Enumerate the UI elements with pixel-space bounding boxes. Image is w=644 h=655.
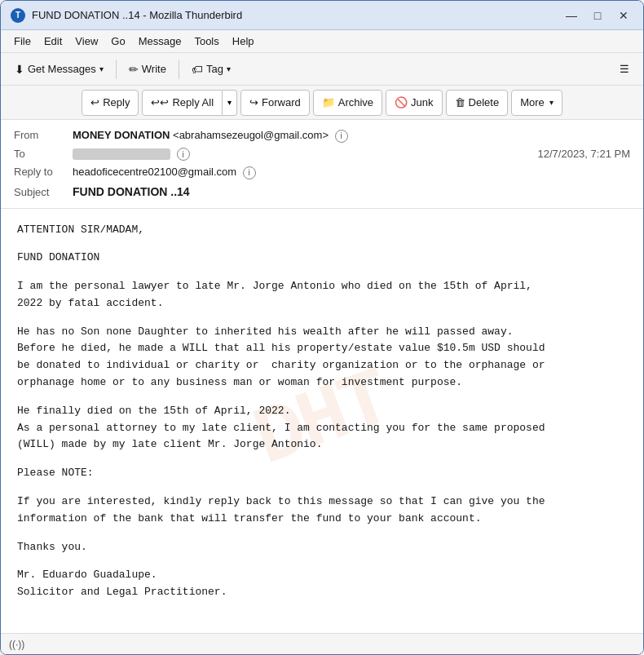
window-controls: — □ ✕ [562,7,633,24]
status-icon: ((·)) [9,639,24,650]
body-paragraph-3: He has no Son none Daughter to inherited… [17,324,627,392]
body-paragraph-6: If you are interested, kindly reply back… [17,493,627,528]
from-value: MONEY DONATION <abrahamsezeugol@gmail.co… [73,129,630,143]
forward-button[interactable]: ↪ Forward [240,90,310,116]
from-label: From [14,129,73,141]
title-bar: T FUND DONATION ..14 - Mozilla Thunderbi… [1,1,643,30]
maximize-button[interactable]: □ [588,7,607,24]
reply-all-dropdown-button[interactable]: ▾ [223,90,237,116]
recipient-redacted [73,148,170,160]
reply-icon: ↩ [90,96,99,108]
from-info-icon[interactable]: i [335,130,348,143]
reply-to-label: Reply to [14,166,73,178]
toolbar: ⬇ Get Messages ▾ ✏ Write 🏷 Tag ▾ ☰ [1,53,643,86]
to-row: To i 12/7/2023, 7:21 PM [14,145,630,164]
menu-tools[interactable]: Tools [187,33,225,49]
menu-go[interactable]: Go [104,33,131,49]
more-button[interactable]: More ▾ [511,90,562,116]
menu-bar: File Edit View Go Message Tools Help [1,30,643,53]
tag-button[interactable]: 🏷 Tag ▾ [184,57,238,82]
reply-to-info-icon[interactable]: i [243,166,256,179]
toolbar-separator-1 [116,60,117,79]
junk-icon: 🚫 [395,96,408,108]
app-icon: T [11,8,25,23]
menu-file[interactable]: File [7,33,37,49]
hamburger-icon: ☰ [620,63,629,75]
tag-icon: 🏷 [192,63,203,76]
menu-message[interactable]: Message [132,33,188,49]
subject-label: Subject [14,186,73,198]
reply-all-dropdown-icon: ▾ [227,98,232,107]
email-content: ATTENTION SIR/MADAM, FUND DONATION I am … [17,222,627,602]
forward-icon: ↪ [249,96,258,108]
reply-all-icon: ↩↩ [151,96,169,108]
body-paragraph-5: Please NOTE: [17,465,627,482]
reply-all-group: ↩↩ Reply All ▾ [142,90,237,116]
junk-button[interactable]: 🚫 Junk [386,90,442,116]
toolbar-separator-2 [179,60,179,79]
to-label: To [14,148,73,160]
reply-all-button[interactable]: ↩↩ Reply All [142,90,223,116]
reply-to-row: Reply to headoficecentre02100@gmail.com … [14,163,630,182]
subject-row: Subject FUND DONATION ..14 [14,182,630,201]
archive-button[interactable]: 📁 Archive [313,90,382,116]
get-messages-icon: ⬇ [15,63,24,76]
delete-icon: 🗑 [455,96,465,108]
write-icon: ✏ [129,63,139,76]
get-messages-dropdown-icon[interactable]: ▾ [99,64,104,73]
to-info-icon[interactable]: i [177,148,190,161]
email-body: DHT ATTENTION SIR/MADAM, FUND DONATION I… [1,209,643,634]
body-paragraph-8: Mr. Eduardo Guadalupe. Solicitor and Leg… [17,567,627,601]
write-button[interactable]: ✏ Write [121,57,174,82]
minimize-button[interactable]: — [562,7,581,24]
to-value: i [73,148,538,162]
reply-button[interactable]: ↩ Reply [82,90,139,116]
subject-value: FUND DONATION ..14 [73,185,630,198]
archive-icon: 📁 [322,96,335,108]
menu-help[interactable]: Help [226,33,261,49]
body-paragraph-0: ATTENTION SIR/MADAM, [17,222,627,239]
close-button[interactable]: ✕ [614,7,633,24]
more-group: More ▾ [511,90,562,116]
menu-edit[interactable]: Edit [37,33,68,49]
toolbar-menu-button[interactable]: ☰ [612,57,637,82]
body-paragraph-7: Thanks you. [17,539,627,556]
tag-dropdown-icon[interactable]: ▾ [227,64,231,73]
email-date: 12/7/2023, 7:21 PM [538,148,630,160]
status-bar: ((·)) [1,633,643,654]
menu-view[interactable]: View [68,33,104,49]
from-row: From MONEY DONATION <abrahamsezeugol@gma… [14,126,630,145]
reply-to-value: headoficecentre02100@gmail.com i [73,166,630,179]
get-messages-button[interactable]: ⬇ Get Messages ▾ [7,57,111,82]
action-bar: ↩ Reply ↩↩ Reply All ▾ ↪ Forward 📁 Archi… [1,86,643,120]
body-paragraph-2: I am the personal lawyer to late Mr. Jor… [17,278,627,312]
body-paragraph-4: He finally died on the 15th of April, 20… [17,403,627,454]
delete-button[interactable]: 🗑 Delete [446,90,509,116]
window-title: FUND DONATION ..14 - Mozilla Thunderbird [32,9,562,21]
body-paragraph-1: FUND DONATION [17,250,627,267]
more-dropdown-icon: ▾ [549,98,554,107]
email-headers: From MONEY DONATION <abrahamsezeugol@gma… [1,120,643,209]
main-window: T FUND DONATION ..14 - Mozilla Thunderbi… [0,0,644,655]
